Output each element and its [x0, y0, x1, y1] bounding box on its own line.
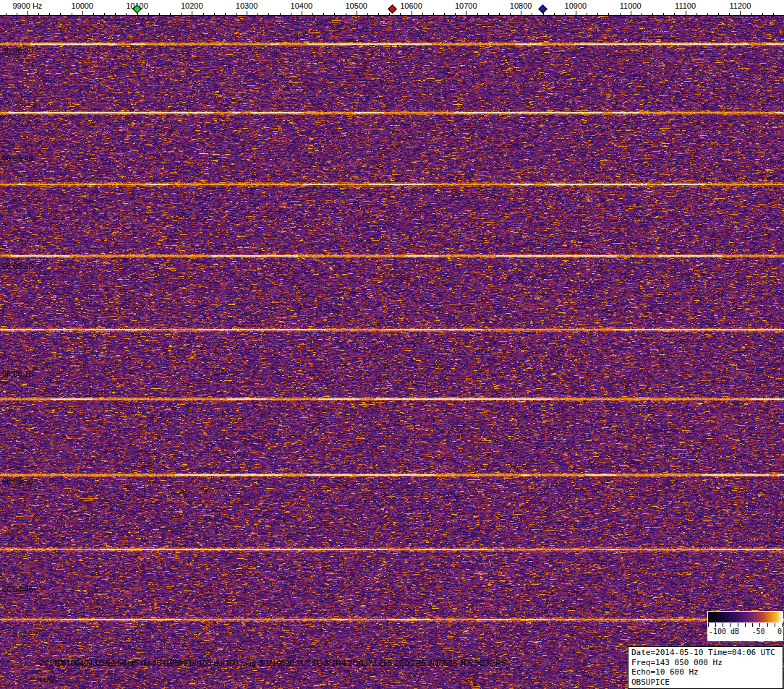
- freq-minor-tick: [346, 13, 346, 15]
- freq-major-tick: [521, 11, 521, 15]
- freq-minor-tick: [400, 13, 401, 15]
- colormap-gradient: [708, 612, 783, 622]
- spectrogram-canvas[interactable]: [0, 16, 784, 689]
- freq-major-tick: [357, 11, 357, 15]
- freq-major-tick: [576, 11, 576, 15]
- freq-minor-tick: [422, 13, 423, 15]
- freq-minor-tick: [762, 13, 763, 15]
- scale-max-label: 0: [777, 627, 782, 636]
- freq-major-tick: [27, 11, 28, 15]
- freq-minor-tick: [455, 13, 456, 15]
- freq-tick-label: 10400: [280, 1, 323, 10]
- freq-major-tick: [192, 11, 192, 15]
- freq-minor-tick: [510, 13, 511, 15]
- freq-minor-tick: [597, 13, 598, 15]
- freq-minor-tick: [334, 13, 335, 15]
- freq-minor-tick: [214, 13, 215, 15]
- info-station-line: OBSUPICE: [631, 677, 780, 688]
- freq-major-tick: [82, 11, 83, 15]
- freq-minor-tick: [652, 13, 653, 15]
- freq-minor-tick: [499, 13, 500, 15]
- freq-minor-tick: [115, 13, 116, 15]
- freq-major-tick: [686, 11, 686, 15]
- freq-minor-tick: [236, 13, 237, 15]
- freq-minor-tick: [159, 13, 160, 15]
- freq-minor-tick: [181, 13, 182, 15]
- info-freq-line: Freq=143 050 000 Hz: [631, 658, 780, 668]
- time-tick-label: 06:06:00: [2, 46, 33, 55]
- freq-minor-tick: [729, 13, 730, 15]
- freq-minor-tick: [389, 13, 390, 15]
- freq-minor-tick: [663, 13, 664, 15]
- db-color-scale: -100 dB -50 0: [707, 611, 783, 641]
- freq-minor-tick: [72, 13, 72, 15]
- freq-tick-label: 9900 Hz: [6, 1, 49, 10]
- freq-tick-label: 10800: [499, 1, 542, 10]
- freq-minor-tick: [620, 13, 621, 15]
- freq-tick-label: 11000: [609, 1, 652, 10]
- frequency-axis: 9900 Hz100001010010200103001040010500106…: [0, 0, 784, 16]
- freq-tick-label: 11200: [718, 1, 762, 10]
- freq-minor-tick: [378, 13, 379, 15]
- freq-minor-tick: [367, 13, 368, 15]
- freq-minor-tick: [170, 13, 171, 15]
- waterfall-area: 06:06:0006:05:4506:05:3006:05:1506:05:00…: [0, 16, 784, 689]
- freq-tick-label: 10900: [554, 1, 597, 10]
- freq-major-tick: [466, 11, 466, 15]
- freq-minor-tick: [104, 13, 105, 15]
- freq-minor-tick: [291, 13, 291, 15]
- freq-minor-tick: [257, 13, 258, 15]
- freq-minor-tick: [148, 13, 149, 15]
- freq-minor-tick: [488, 13, 489, 15]
- freq-tick-label: 10700: [444, 1, 487, 10]
- freq-major-tick: [247, 11, 247, 15]
- freq-minor-tick: [433, 13, 434, 15]
- scale-min-label: -100 dB: [709, 627, 739, 636]
- freq-tick-label: 10200: [170, 1, 213, 10]
- freq-minor-tick: [444, 13, 445, 15]
- spectrogram-window: 9900 Hz100001010010200103001040010500106…: [0, 0, 784, 689]
- time-tick-label: 06:05:00: [2, 477, 33, 486]
- freq-minor-tick: [280, 13, 281, 15]
- freq-minor-tick: [696, 13, 697, 15]
- freq-tick-label: 10300: [225, 1, 268, 10]
- freq-major-tick: [740, 11, 741, 15]
- scale-mid-label: -50: [752, 627, 765, 636]
- freq-minor-tick: [323, 13, 324, 15]
- freq-major-tick: [631, 11, 631, 15]
- trigger-annotation: ^t+32: [36, 675, 56, 684]
- freq-minor-tick: [642, 13, 642, 15]
- freq-minor-tick: [203, 13, 204, 15]
- freq-minor-tick: [674, 13, 675, 15]
- freq-minor-tick: [60, 13, 61, 15]
- freq-tick-label: 11100: [664, 1, 707, 10]
- freq-minor-tick: [707, 13, 708, 15]
- time-tick-label: 06:05:30: [2, 262, 33, 270]
- detection-annotation: 20140510040432552 hCnt5 nb-85 f10599 hit…: [40, 659, 506, 667]
- scale-labels: -100 dB -50 0: [708, 627, 783, 636]
- observation-info-box: Date=2014-05-10 Time=04:06 UTC Freq=143 …: [628, 646, 783, 689]
- freq-minor-tick: [608, 13, 609, 15]
- freq-tick-label: 10500: [335, 1, 378, 10]
- freq-minor-tick: [587, 13, 587, 15]
- time-tick-label: 06:05:15: [2, 369, 33, 378]
- freq-major-tick: [412, 11, 412, 15]
- freq-minor-tick: [17, 13, 17, 15]
- freq-minor-tick: [93, 13, 94, 15]
- time-tick-label: 06:04:45: [2, 585, 33, 594]
- freq-minor-tick: [268, 13, 269, 15]
- info-echo-line: Echo=10 600 Hz: [631, 667, 780, 677]
- freq-minor-tick: [751, 13, 752, 15]
- freq-minor-tick: [532, 13, 532, 15]
- freq-minor-tick: [225, 13, 226, 15]
- freq-minor-tick: [773, 13, 774, 15]
- freq-minor-tick: [38, 13, 39, 15]
- freq-minor-tick: [718, 13, 719, 15]
- freq-minor-tick: [6, 13, 7, 15]
- info-date-line: Date=2014-05-10 Time=04:06 UTC: [631, 648, 780, 658]
- freq-minor-tick: [477, 13, 478, 15]
- freq-minor-tick: [49, 13, 50, 15]
- time-tick-label: 06:05:45: [2, 154, 33, 163]
- freq-minor-tick: [554, 13, 555, 15]
- freq-tick-label: 10000: [61, 1, 104, 10]
